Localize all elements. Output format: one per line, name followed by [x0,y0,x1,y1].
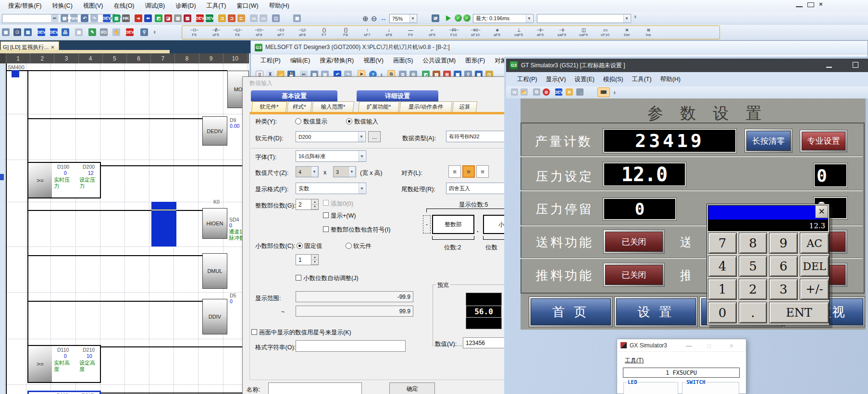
range-max-input[interactable]: 99.9 [296,306,413,317]
wrench-icon[interactable]: 🔧 [576,88,583,96]
inline-icon[interactable]: ▣ [293,14,301,22]
watch-combo[interactable]: ▼ [537,14,631,23]
main-menu-item[interactable]: 诊断(D) [170,0,201,12]
main-menu-item[interactable]: 工具(T) [201,0,232,12]
gt-simulator-titlebar[interactable]: G3 GT Simulator3 (GS21) [工程标题未设置 ] [506,59,868,72]
close-tab-icon[interactable]: ✕ [50,45,54,50]
ladder-symbol-button[interactable]: ⊣↑⊢sF6 [248,26,270,38]
check-ok-icon[interactable]: ✓ [455,14,462,22]
ladder-symbol-button[interactable]: ≋Ins [638,26,659,38]
size-w-combo[interactable]: 4▼ [296,166,319,177]
block-icon[interactable]: ◫ [272,14,280,22]
compare-block-pressure[interactable]: >= D100 0 实时压 力 D200 12 设定压 力 [27,162,101,198]
toolbar-overflow-icon2[interactable]: ⇟ [633,14,637,19]
close-icon[interactable]: × [819,1,826,7]
dev-display-icon[interactable]: DEV [37,28,45,36]
main-menu-item[interactable]: 转换(C) [47,0,77,12]
ladder-symbol-button[interactable]: ▭cF10 [595,26,616,38]
main-menu-item[interactable]: 视图(V) [78,0,109,12]
gt-designer-menu-item[interactable]: 公共设置(M) [418,55,461,66]
monitor-icon[interactable]: 🖳 [432,14,439,22]
key-ac[interactable]: AC [800,233,829,254]
ladder-symbol-button[interactable]: ⊣=⊢F10 [443,26,464,38]
io-icon[interactable]: I/O [100,28,108,36]
int-digits-spinner[interactable]: 2▲▼ [296,199,319,210]
window-list-icon[interactable]: ▤ [24,28,32,36]
ladder-block-ddiv[interactable]: DDIV [202,299,227,334]
ladder-symbol-button[interactable]: ✕Del [616,26,637,38]
gt-designer-menu-item[interactable]: 视图(V) [359,55,388,66]
ladder-symbol-button[interactable]: ↓sF8 [378,26,399,38]
ladder-symbol-button[interactable]: ⊣<⊢sF10 [465,26,486,38]
gt-designer-menu-item[interactable]: 编辑(E) [285,55,315,66]
refresh-icon[interactable]: R [566,88,573,96]
dev-find-icon[interactable]: DEV [196,14,204,22]
hmi-pressure2-display[interactable]: 0 [814,163,847,187]
check-ok2-icon[interactable]: ✓ [463,14,471,22]
fit-width-icon[interactable]: ↔ [380,15,386,22]
name-input[interactable] [268,382,362,394]
gx-simulator-titlebar[interactable]: GX Simulator3 [617,339,746,352]
gt-designer-menu-item[interactable]: 搜索/替换(R) [315,55,359,66]
radio-input[interactable] [346,118,352,124]
asterisk-checkbox[interactable] [251,329,257,335]
minimize-icon[interactable]: — [686,343,692,349]
key-6[interactable]: 6 [769,256,798,277]
radio-device[interactable] [346,243,352,249]
key-dot[interactable]: . [739,302,767,323]
ladder-symbol-button[interactable]: ( )F7 [313,26,335,38]
compare-block-height[interactable]: >= D110 0 实时高 度 D210 10 设定高 度 [27,345,101,383]
maximize-icon[interactable] [853,62,858,68]
align-center-button[interactable]: ≡ [462,165,475,178]
gt-simulator-menu-item[interactable]: 显示(V) [542,74,570,85]
key-3[interactable]: 3 [769,279,798,300]
keypad-close-button[interactable]: ✕ [815,205,828,218]
nav-home-button[interactable]: 首 页 [529,296,613,327]
ladder-symbol-button[interactable]: ⊣⊦saF9 [551,26,572,38]
ladder-editor[interactable]: SM400 MO DEDIV D9 0.00 HIOEN K0 SD4 0 通道… [0,63,249,394]
tab-condition[interactable]: 显示/动作条件 [399,101,452,112]
ladder-block-dmul[interactable]: DMUL [202,253,227,289]
zoom-out-icon[interactable]: ⊖ [371,14,377,23]
gt-simulator-menu-item[interactable]: 工程(P) [513,74,542,85]
restore-icon[interactable] [807,2,814,7]
key-7[interactable]: 7 [708,233,737,254]
key-1[interactable]: 1 [708,279,737,300]
hmi-pressure-display[interactable]: 12.0 [603,162,686,186]
add-zero-checkbox[interactable] [323,200,329,206]
write-plc-icon[interactable]: ➜ [135,14,142,22]
include-sign-checkbox[interactable] [323,226,329,232]
format-string-input[interactable] [296,340,406,352]
minimize-icon[interactable] [796,1,803,7]
dev-tree-icon[interactable]: 品 [62,28,69,36]
hmi-pro-button[interactable]: 专业设置 [800,130,847,152]
tab-operation[interactable]: 运算 [452,101,477,112]
tab-extended[interactable]: 扩展功能* [358,101,399,112]
hmi-feed-toggle[interactable]: 已关闭 [603,230,665,254]
scan-time-combo[interactable]: 最大: 0.196ms▼ [473,14,533,23]
tab-style[interactable]: 样式* [287,101,312,112]
ladder-symbol-button[interactable]: ⊥caF5 [508,26,529,38]
show-plus-checkbox[interactable] [323,212,329,218]
paste-icon[interactable]: �ared [70,14,78,22]
keyboard-icon[interactable]: ⌨ [597,87,610,97]
key-0[interactable]: 0 [708,302,737,323]
device-monitor-icon[interactable]: ▥ [112,14,120,22]
note-add-icon[interactable]: ⊐ [228,14,236,22]
tab-device[interactable]: 软元件* [251,101,287,112]
verify-icon[interactable]: ◩ [155,14,162,22]
tools-menu[interactable]: 工具(T) [625,357,644,365]
toolbar-overflow-icon[interactable]: ⇟ [613,90,617,95]
find-icon[interactable]: ⚆ [13,28,21,36]
redo-icon[interactable]: ↷ [90,14,98,22]
ladder-symbol-button[interactable]: ∗aF5 [486,26,508,38]
dev-grid-icon[interactable]: DEV [50,28,58,36]
nav-settings-button[interactable]: 设 置 [614,296,698,327]
compare-block-partial[interactable]: D110 D215 [27,391,101,394]
align-left-button[interactable]: ≡ [448,165,461,178]
key-4[interactable]: 4 [708,256,737,277]
gt-designer-menu-item[interactable]: 工程(P) [256,55,285,66]
auto-adjust-checkbox[interactable] [296,275,301,281]
zoom-in-icon[interactable]: ⊕ [362,14,369,23]
stop-icon[interactable]: ⊘ [543,88,550,96]
